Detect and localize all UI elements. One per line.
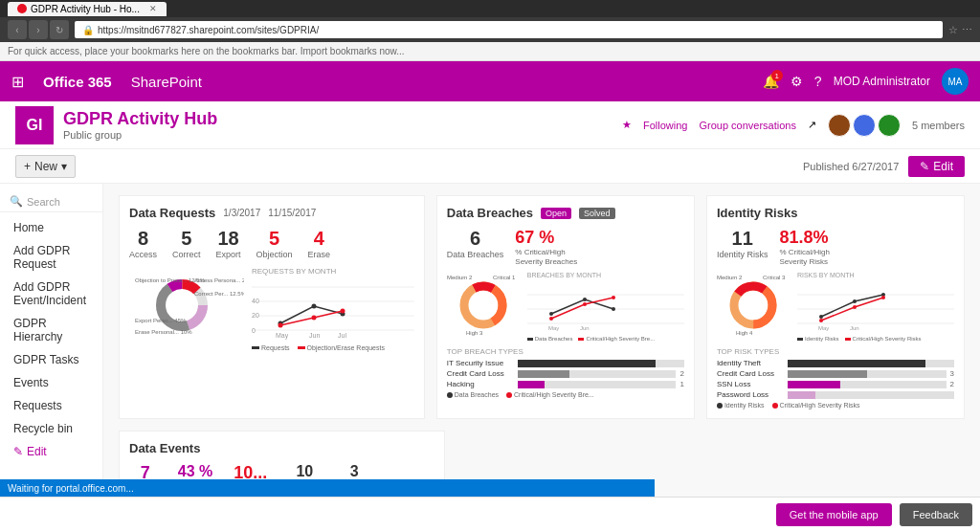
risk-type-credit-card: Credit Card Loss 3: [717, 369, 954, 378]
requests-chart-title: REQUESTS BY MONTH: [252, 267, 414, 276]
svg-text:Jun: Jun: [309, 332, 320, 339]
sidebar-item-home[interactable]: Home: [0, 216, 102, 239]
site-logo-initials: GI: [27, 117, 43, 134]
notification-icon[interactable]: 🔔 1: [763, 74, 779, 89]
legend-critical-risks-color: [845, 338, 851, 341]
data-requests-header: Data Requests 1/3/2017 11/15/2017: [129, 206, 414, 220]
user-name[interactable]: MOD Administrator: [834, 75, 930, 88]
stat-objection: 5 Objection: [256, 228, 293, 259]
breaches-stats: 6 Data Breaches 67 % % Critical/High Sev…: [447, 228, 684, 266]
legend-requests-color: [252, 346, 259, 349]
office365-header: ⊞ Office 365 SharePoint 🔔 1 ⚙ ? MOD Admi…: [0, 61, 980, 101]
requests-legend: Requests Objection/Erase Requests: [252, 344, 414, 351]
refresh-button[interactable]: ↻: [50, 20, 69, 39]
svg-text:Erase Personal... 10%: Erase Personal... 10%: [135, 329, 192, 335]
status-bar: Waiting for portal.office.com...: [0, 479, 655, 497]
risks-charts: Medium 2 Critical 3 High 4 RISKS BY MONT…: [717, 272, 954, 342]
svg-text:May: May: [548, 325, 559, 331]
legend-dot-2: [506, 392, 512, 398]
site-info: GDPR Activity Hub Public group: [63, 109, 612, 141]
breaches-count: 6 Data Breaches: [447, 228, 504, 266]
data-events-title: Data Events: [129, 441, 200, 455]
search-box[interactable]: 🔍 Search: [0, 191, 102, 212]
data-requests-charts: Objection to Proce... 12.5% Access Perso…: [129, 267, 414, 351]
open-badge[interactable]: Open: [541, 208, 571, 219]
donut-chart-area: Objection to Proce... 12.5% Access Perso…: [129, 267, 244, 351]
risks-pct-label: % Critical/High Severity Risks: [779, 248, 841, 266]
requests-chart-svg: 0 20 40 May Jun Jul: [252, 277, 414, 340]
o365-title[interactable]: Office 365: [33, 74, 122, 90]
sidebar-item-requests[interactable]: Requests: [0, 394, 102, 417]
settings-icon[interactable]: ⋯: [962, 24, 972, 36]
mobile-app-button[interactable]: Get the mobile app: [776, 503, 892, 526]
plus-icon: +: [24, 160, 31, 173]
dashboard-row-1: Data Requests 1/3/2017 11/15/2017 8 Acce…: [119, 195, 965, 419]
site-title[interactable]: GDPR Activity Hub: [63, 109, 612, 129]
sidebar-edit-button[interactable]: ✎ Edit: [0, 440, 102, 463]
svg-text:Critical 1: Critical 1: [493, 275, 516, 280]
following-button[interactable]: Following: [643, 120, 687, 131]
breaches-pct-label: % Critical/High Severity Breaches: [515, 248, 577, 266]
stat-erase-number: 4: [308, 228, 331, 250]
back-button[interactable]: ‹: [8, 20, 27, 39]
waffle-icon[interactable]: ⊞: [11, 73, 24, 91]
browser-tab[interactable]: GDPR Activity Hub - Ho... ✕: [8, 2, 167, 16]
bottom-bar: Get the mobile app Feedback: [0, 497, 980, 531]
donut-chart-svg: Objection to Proce... 12.5% Access Perso…: [129, 267, 244, 339]
identity-risks-header: Identity Risks: [717, 206, 954, 220]
svg-point-41: [583, 302, 587, 306]
star-icon[interactable]: ☆: [948, 24, 958, 36]
group-conversations-button[interactable]: Group conversations: [699, 120, 796, 131]
svg-text:May: May: [276, 332, 289, 340]
header-icons: 🔔 1 ⚙ ? MOD Administrator MA: [763, 68, 969, 95]
feedback-button[interactable]: Feedback: [900, 503, 972, 526]
tab-close-icon[interactable]: ✕: [149, 4, 157, 13]
risk-bar-4: [788, 391, 816, 399]
svg-point-23: [278, 323, 283, 328]
url-input[interactable]: 🔒 https://msitnd677827.sharepoint.com/si…: [75, 21, 943, 38]
risks-pct-display: 81.8% % Critical/High Severity Risks: [779, 228, 841, 266]
risk-legend-dot-2: [772, 403, 778, 409]
user-avatar[interactable]: MA: [942, 68, 969, 95]
breaches-legend: Data Breaches Critical/High Severity Bre…: [527, 336, 684, 342]
stat-access: 8 Access: [129, 228, 157, 259]
svg-point-55: [853, 299, 857, 303]
svg-text:20: 20: [252, 312, 259, 319]
top-risk-types-title: TOP RISK TYPES: [717, 347, 954, 356]
breaches-donut-svg: Medium 2 Critical 1 High 3: [447, 272, 523, 339]
solved-badge[interactable]: Solved: [579, 208, 615, 219]
edit-button[interactable]: ✎ Edit: [908, 156, 965, 177]
stat-erase: 4 Erase: [308, 228, 331, 259]
de-sensitive-num: 43 %: [178, 463, 212, 479]
sharepoint-title[interactable]: SharePoint: [131, 74, 202, 90]
member-avatar-1: [828, 114, 851, 137]
forward-button[interactable]: ›: [29, 20, 48, 39]
help-icon[interactable]: ?: [814, 74, 822, 89]
risks-chart-svg: May Jun: [797, 280, 954, 333]
breach-legend-label-1: Data Breaches: [455, 391, 499, 398]
risk-type-label-3: SSN Loss: [717, 380, 784, 388]
sidebar-item-tasks[interactable]: GDPR Tasks: [0, 348, 102, 371]
sidebar-item-add-request[interactable]: Add GDPR Request: [0, 239, 102, 276]
breach-type-label-1: IT Security Issue: [447, 359, 514, 367]
svg-text:0: 0: [252, 327, 256, 334]
risks-chart-title: RISKS BY MONTH: [797, 272, 954, 278]
legend-objection-color: [298, 346, 305, 349]
data-breaches-title: Data Breaches: [447, 206, 533, 220]
new-button[interactable]: + New ▾: [15, 155, 76, 178]
data-breaches-header: Data Breaches Open Solved: [447, 206, 684, 220]
notif-badge: 1: [771, 70, 783, 81]
sidebar-item-hierarchy[interactable]: GDPR Hierarchy: [0, 312, 102, 348]
sidebar-edit-label: Edit: [27, 445, 47, 458]
sidebar-item-add-event[interactable]: Add GDPR Event/Incident: [0, 276, 102, 312]
svg-text:Critical 3: Critical 3: [763, 275, 786, 280]
svg-text:Correct Per... 12.5%: Correct Per... 12.5%: [194, 291, 244, 297]
member-avatars: [828, 114, 901, 137]
svg-text:Jun: Jun: [580, 325, 590, 331]
sidebar-item-events[interactable]: Events: [0, 371, 102, 394]
breach-legend-2: Critical/High Severity Bre...: [506, 391, 594, 398]
settings-gear-icon[interactable]: ⚙: [791, 74, 803, 89]
tab-title: GDPR Activity Hub - Ho...: [31, 4, 140, 14]
breach-val-2: 2: [679, 369, 683, 378]
sidebar-item-recycle[interactable]: Recycle bin: [0, 417, 102, 440]
